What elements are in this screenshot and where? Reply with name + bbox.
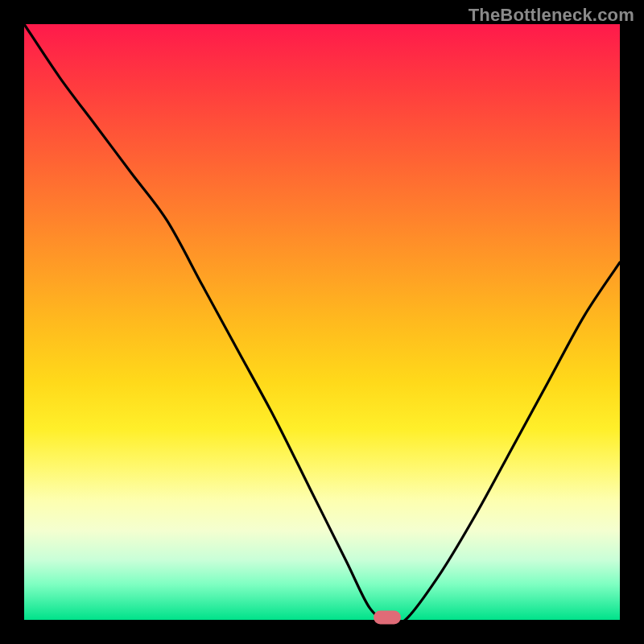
watermark-text: TheBottleneck.com — [469, 5, 634, 26]
plot-area — [24, 24, 620, 620]
bottleneck-curve — [24, 24, 620, 620]
optimum-marker — [374, 611, 401, 625]
chart-frame: TheBottleneck.com — [0, 0, 644, 644]
